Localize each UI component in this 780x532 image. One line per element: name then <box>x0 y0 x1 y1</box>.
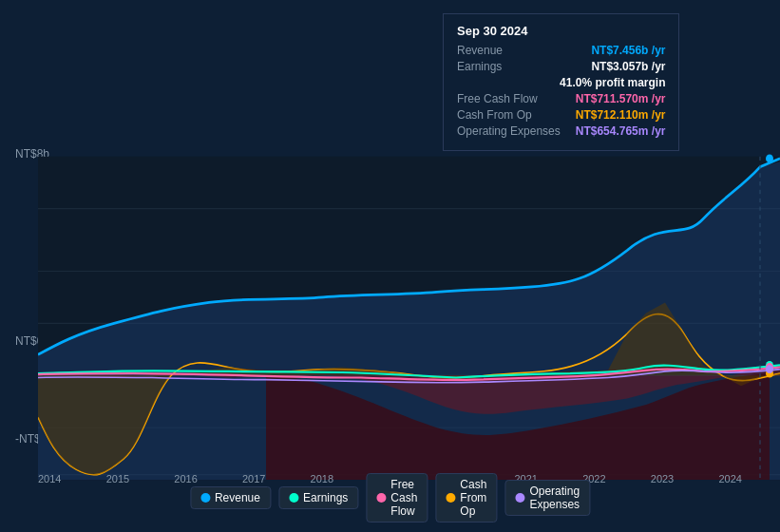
tooltip-revenue-label: Revenue <box>457 44 503 57</box>
x-label-2024: 2024 <box>718 473 741 484</box>
x-label-2015: 2015 <box>106 473 129 484</box>
tooltip-fcf-label: Free Cash Flow <box>457 92 538 105</box>
legend-dot-cfo <box>446 493 455 503</box>
tooltip-earnings-value: NT$3.057b /yr <box>591 60 665 73</box>
tooltip-cfo-label: Cash From Op <box>457 108 532 122</box>
legend-label-fcf: Free Cash Flow <box>390 478 417 518</box>
opex-dot <box>766 365 773 373</box>
tooltip-earnings-row: Earnings NT$3.057b /yr <box>457 60 665 73</box>
legend-item-revenue[interactable]: Revenue <box>190 486 271 509</box>
tooltip-box: Sep 30 2024 Revenue NT$7.456b /yr Earnin… <box>443 13 679 151</box>
legend-dot-earnings <box>289 493 298 503</box>
legend-item-opex[interactable]: Operating Expenses <box>504 480 590 516</box>
chart-legend: Revenue Earnings Free Cash Flow Cash Fro… <box>190 473 590 522</box>
legend-label-cfo: Cash From Op <box>460 478 486 518</box>
tooltip-opex-label: Operating Expenses <box>457 124 561 138</box>
tooltip-revenue-row: Revenue NT$7.456b /yr <box>457 44 665 57</box>
legend-label-earnings: Earnings <box>303 491 348 504</box>
tooltip-earnings-label: Earnings <box>457 60 502 73</box>
legend-label-revenue: Revenue <box>215 491 260 504</box>
tooltip-cfo-row: Cash From Op NT$712.110m /yr <box>457 108 665 122</box>
legend-item-fcf[interactable]: Free Cash Flow <box>366 473 428 522</box>
tooltip-opex-value: NT$654.765m /yr <box>576 124 666 138</box>
x-label-2023: 2023 <box>651 473 674 484</box>
tooltip-profit-margin: 41.0% profit margin <box>560 76 665 89</box>
legend-dot-fcf <box>376 493 386 503</box>
tooltip-revenue-value: NT$7.456b /yr <box>591 44 665 57</box>
x-label-2014: 2014 <box>38 473 61 484</box>
tooltip-opex-row: Operating Expenses NT$654.765m /yr <box>457 124 665 138</box>
tooltip-profit-margin-row: 41.0% profit margin <box>457 76 665 89</box>
tooltip-date: Sep 30 2024 <box>457 24 665 38</box>
legend-item-earnings[interactable]: Earnings <box>278 486 358 509</box>
revenue-dot <box>766 155 773 163</box>
legend-item-cfo[interactable]: Cash From Op <box>435 473 497 522</box>
tooltip-cfo-value: NT$712.110m /yr <box>576 108 666 122</box>
tooltip-fcf-value: NT$711.570m /yr <box>576 92 666 105</box>
legend-dot-opex <box>515 493 524 503</box>
tooltip-fcf-row: Free Cash Flow NT$711.570m /yr <box>457 92 665 105</box>
legend-label-opex: Operating Expenses <box>529 484 580 511</box>
chart-container: Sep 30 2024 Revenue NT$7.456b /yr Earnin… <box>0 0 780 532</box>
legend-dot-revenue <box>200 493 210 503</box>
